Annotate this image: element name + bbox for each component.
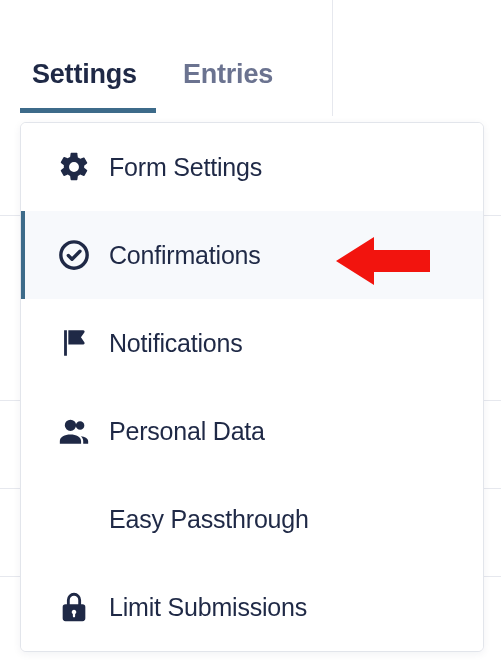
menu-item-confirmations[interactable]: Confirmations (21, 211, 483, 299)
tab-settings[interactable]: Settings (32, 59, 137, 90)
tab-entries[interactable]: Entries (183, 59, 273, 90)
menu-item-personal-data[interactable]: Personal Data (21, 387, 483, 475)
menu-item-notifications[interactable]: Notifications (21, 299, 483, 387)
menu-item-label: Easy Passthrough (109, 505, 309, 534)
gear-icon (57, 150, 91, 184)
menu-item-limit-submissions[interactable]: Limit Submissions (21, 563, 483, 651)
menu-item-label: Personal Data (109, 417, 265, 446)
menu-item-label: Notifications (109, 329, 243, 358)
header-tabs: Settings Entries (0, 0, 501, 114)
menu-item-form-settings[interactable]: Form Settings (21, 123, 483, 211)
menu-item-easy-passthrough[interactable]: Easy Passthrough (21, 475, 483, 563)
people-icon (57, 414, 91, 448)
check-circle-icon (57, 238, 91, 272)
menu-item-label: Form Settings (109, 153, 262, 182)
tab-underline (20, 108, 156, 113)
menu-item-label: Confirmations (109, 241, 261, 270)
blank-icon (57, 502, 91, 536)
flag-icon (57, 326, 91, 360)
settings-menu: Form Settings Confirmations Notification… (20, 122, 484, 652)
menu-item-label: Limit Submissions (109, 593, 307, 622)
lock-icon (57, 590, 91, 624)
